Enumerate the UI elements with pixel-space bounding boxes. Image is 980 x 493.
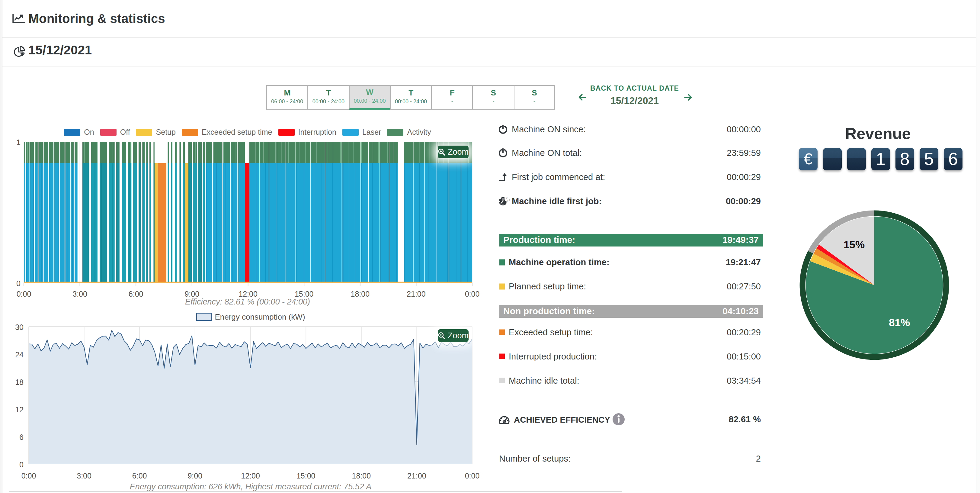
svg-text:81%: 81% xyxy=(889,317,910,329)
svg-text:24: 24 xyxy=(15,350,24,359)
svg-text:6: 6 xyxy=(19,433,24,441)
svg-text:21:00: 21:00 xyxy=(407,290,426,298)
svg-text:0: 0 xyxy=(16,279,21,287)
svg-text:18: 18 xyxy=(15,378,24,386)
svg-text:0: 0 xyxy=(19,460,24,469)
svg-text:30: 30 xyxy=(15,323,24,331)
svg-text:Z: Z xyxy=(505,199,508,204)
svg-text:18:00: 18:00 xyxy=(351,290,370,298)
svg-text:1: 1 xyxy=(16,138,21,147)
svg-text:0:00: 0:00 xyxy=(17,290,32,298)
svg-text:12: 12 xyxy=(15,405,24,414)
svg-text:0:00: 0:00 xyxy=(21,472,36,480)
svg-text:3:00: 3:00 xyxy=(72,290,87,298)
svg-text:3:00: 3:00 xyxy=(77,472,91,480)
svg-text:9:00: 9:00 xyxy=(185,290,199,298)
svg-text:12:00: 12:00 xyxy=(239,290,258,298)
svg-text:12:00: 12:00 xyxy=(241,472,260,480)
svg-text:z: z xyxy=(509,198,511,202)
svg-text:9:00: 9:00 xyxy=(188,472,202,480)
svg-text:15:00: 15:00 xyxy=(296,472,315,480)
svg-text:15%: 15% xyxy=(843,239,865,250)
svg-text:0:00: 0:00 xyxy=(465,472,480,480)
svg-text:21:00: 21:00 xyxy=(407,472,426,480)
svg-text:15:00: 15:00 xyxy=(295,290,314,298)
svg-text:6:00: 6:00 xyxy=(132,472,147,480)
svg-text:18:00: 18:00 xyxy=(352,472,371,480)
svg-text:6:00: 6:00 xyxy=(129,290,143,298)
svg-text:0:00: 0:00 xyxy=(465,290,480,298)
